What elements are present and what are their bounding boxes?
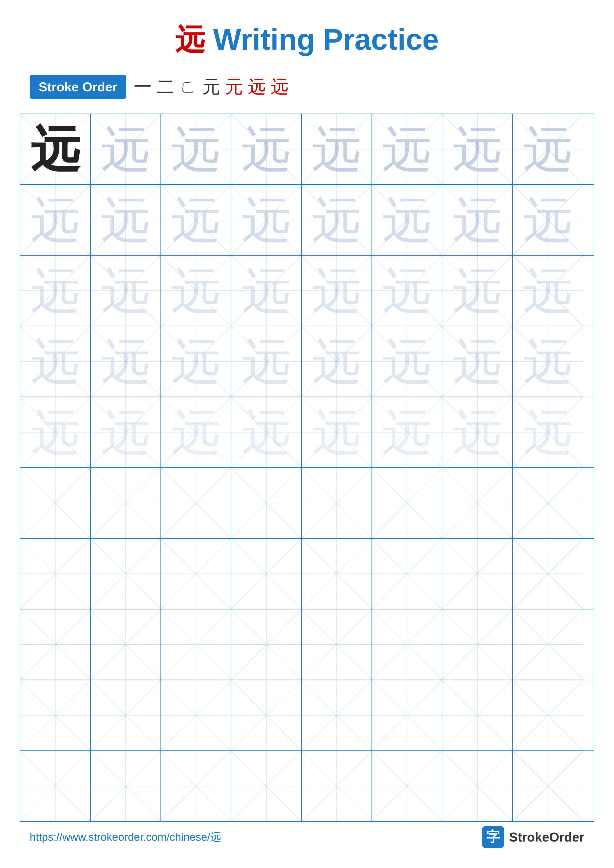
char-faint: 远 [523,124,573,174]
grid-cell: 远 [302,326,372,397]
grid-cell: 远 [302,114,372,184]
grid-cell[interactable] [513,609,583,680]
footer-logo: 字 [482,826,504,848]
grid-cell[interactable] [91,539,161,609]
page-title: 远 Writing Practice [0,0,614,75]
grid-cell[interactable] [161,609,231,680]
grid-cell: 远 [372,185,442,255]
grid-cell[interactable] [513,680,583,750]
stroke-order-section: Stroke Order 一 二 ㄈ 元 元 远 远 [0,75,614,99]
grid-cell[interactable] [442,468,513,538]
grid-cell: 远 [513,326,583,397]
grid-cell[interactable] [161,539,231,609]
grid-cell: 远 [91,114,161,184]
grid-cell[interactable] [513,539,583,609]
grid-row: 远 远 远 远 远 远 远 远 [20,185,594,256]
grid-cell[interactable] [231,539,302,609]
grid-cell[interactable] [302,609,372,680]
grid-row [20,539,594,609]
grid-cell[interactable] [442,539,513,609]
grid-cell[interactable] [302,680,372,750]
grid-cell: 远 [161,256,231,326]
grid-cell[interactable] [20,680,91,750]
grid-row: 远 远 远 远 远 远 远 远 [20,326,594,397]
grid-cell[interactable] [513,468,583,538]
grid-cell: 远 [372,114,442,184]
char-faint: 远 [452,124,502,174]
grid-cell: 远 [91,256,161,326]
grid-cell: 远 [302,185,372,255]
grid-row [20,468,594,539]
grid-cell[interactable] [91,680,161,750]
grid-cell: 远 [442,185,513,255]
footer: https://www.strokeorder.com/chinese/远 字 … [0,826,614,848]
grid-cell: 远 [161,185,231,255]
grid-cell: 远 [442,326,513,397]
grid-cell: 远 [161,326,231,397]
grid-row [20,680,594,751]
stroke-order-badge: Stroke Order [30,75,126,99]
grid-cell: 远 [231,397,302,467]
grid-cell[interactable] [231,609,302,680]
grid-cell[interactable] [91,468,161,538]
grid-cell: 远 [231,256,302,326]
grid-cell[interactable] [161,468,231,538]
grid-cell: 远 [442,256,513,326]
grid-cell: 远 [231,114,302,184]
grid-cell[interactable] [91,751,161,821]
grid-cell[interactable] [513,751,583,821]
grid-cell: 远 [442,397,513,467]
title-text: Writing Practice [205,23,439,56]
grid-cell: 远 [372,326,442,397]
grid-row: 远 远 远 远 远 远 远 远 [20,397,594,468]
char-faint: 远 [241,124,291,174]
grid-cell: 远 [20,326,91,397]
grid-cell: 远 [231,326,302,397]
grid-cell[interactable] [20,609,91,680]
grid-cell[interactable] [302,751,372,821]
grid-cell: 远 [20,397,91,467]
footer-url[interactable]: https://www.strokeorder.com/chinese/远 [30,830,221,845]
grid-cell[interactable] [442,680,513,750]
grid-cell[interactable] [372,751,442,821]
grid-row: 远 远 远 远 远 远 远 远 [20,114,594,185]
grid-cell[interactable] [302,468,372,538]
grid-cell: 远 [513,114,583,184]
footer-brand: 字 StrokeOrder [482,826,584,848]
grid-cell[interactable] [91,609,161,680]
grid-cell: 远 [302,256,372,326]
grid-cell[interactable] [231,680,302,750]
grid-cell[interactable] [372,468,442,538]
grid-cell: 远 [91,185,161,255]
char-solid: 远 [31,124,80,174]
title-char: 远 [175,23,205,56]
grid-cell: 远 [20,114,91,184]
grid-cell: 远 [161,397,231,467]
grid-cell[interactable] [372,680,442,750]
grid-cell[interactable] [20,539,91,609]
grid-cell[interactable] [372,539,442,609]
char-faint: 远 [171,124,221,174]
grid-cell[interactable] [161,751,231,821]
grid-cell[interactable] [231,468,302,538]
grid-cell: 远 [513,397,583,467]
grid-cell[interactable] [442,609,513,680]
grid-cell[interactable] [231,751,302,821]
grid-cell[interactable] [20,751,91,821]
grid-cell: 远 [91,326,161,397]
grid-cell: 远 [161,114,231,184]
grid-cell: 远 [513,256,583,326]
grid-cell: 远 [442,114,513,184]
grid-cell[interactable] [372,609,442,680]
grid-cell: 远 [20,256,91,326]
grid-cell[interactable] [442,751,513,821]
grid-cell[interactable] [20,468,91,538]
grid-cell: 远 [91,397,161,467]
grid-cell[interactable] [161,680,231,750]
char-faint: 远 [382,124,432,174]
grid-row [20,751,594,821]
grid-cell[interactable] [302,539,372,609]
char-faint: 远 [101,124,150,174]
practice-grid: 远 远 远 远 远 远 远 远 [20,113,594,822]
grid-row [20,609,594,680]
